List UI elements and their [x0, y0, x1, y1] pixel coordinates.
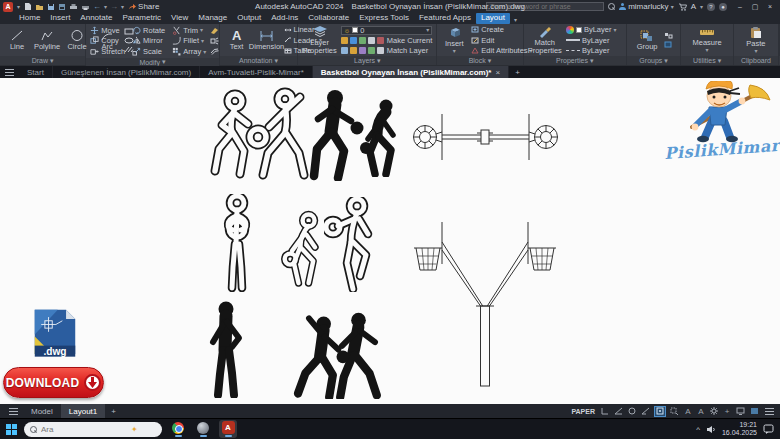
layer-isolate-icon[interactable] [368, 37, 375, 44]
workspace-settings-icon[interactable] [709, 406, 719, 417]
drawing-crouch-dribbler-outline[interactable] [281, 209, 327, 289]
annotation-visibility-icon[interactable]: A [683, 406, 693, 417]
undo-caret-icon[interactable]: ▾ [104, 4, 107, 10]
fillet-button[interactable]: Fillet ▾ [172, 36, 206, 47]
save-icon[interactable] [47, 3, 55, 11]
plot-icon[interactable] [69, 3, 78, 11]
copy-button[interactable]: Copy [90, 36, 125, 47]
paper-space-indicator[interactable]: PAPER [571, 408, 595, 415]
notification-icon[interactable]: ● [719, 3, 727, 11]
layer-dropdown[interactable]: ☼ 0 ▾ [341, 26, 432, 35]
new-file-icon[interactable] [24, 2, 32, 11]
close-tab-icon[interactable]: × [495, 68, 500, 77]
tab-parametric[interactable]: Parametric [117, 13, 166, 24]
group-edit-icon[interactable] [664, 41, 673, 48]
new-drawing-tab-button[interactable]: + [509, 66, 526, 78]
notifications-icon[interactable] [763, 424, 774, 434]
close-button[interactable]: × [763, 1, 777, 12]
insert-button[interactable]: Insert ▾ [441, 26, 467, 55]
open-file-icon[interactable] [35, 3, 44, 11]
tab-featured-apps[interactable]: Featured Apps [414, 13, 476, 24]
customization-menu-icon[interactable] [765, 408, 774, 415]
isodraft-icon[interactable] [627, 406, 637, 417]
text-button[interactable]: A Text [224, 29, 250, 51]
app-store-cart-icon[interactable] [678, 3, 687, 11]
print-icon[interactable] [81, 3, 90, 11]
minimize-button[interactable]: – [733, 1, 747, 12]
signin-user[interactable]: mimarlucky ▾ [619, 2, 673, 11]
ungroup-icon[interactable] [664, 32, 673, 39]
tab-add-ins[interactable]: Add-ins [266, 13, 303, 24]
layer-on-icon[interactable] [359, 47, 366, 54]
layer-properties-button[interactable]: Layer Properties [302, 25, 336, 55]
tab-layout[interactable]: Layout [476, 13, 510, 24]
offset-icon[interactable] [210, 47, 219, 55]
tab-output[interactable]: Output [232, 13, 266, 24]
layer-merge-icon[interactable] [377, 47, 384, 54]
drawing-hoop-top-view[interactable] [412, 112, 559, 162]
mirror-button[interactable]: Mirror [132, 36, 165, 47]
save-as-icon[interactable] [58, 3, 66, 11]
osnap-tracking-icon[interactable] [640, 406, 651, 417]
app-taskbar-icon[interactable] [194, 420, 212, 438]
tab-view[interactable]: View [166, 13, 193, 24]
erase-icon[interactable] [210, 27, 219, 35]
tab-home[interactable]: Home [14, 13, 45, 24]
make-current-button[interactable]: Make Current [387, 36, 432, 45]
share-button[interactable]: Share [128, 2, 159, 11]
tab-manage[interactable]: Manage [193, 13, 232, 24]
redo-caret-icon[interactable]: ▾ [121, 4, 124, 10]
ortho-mode-icon[interactable] [600, 406, 610, 417]
dimension-button[interactable]: Dimension [254, 30, 280, 51]
line-button[interactable]: Line [4, 29, 30, 51]
group-button[interactable]: Group [634, 30, 660, 51]
annotation-monitor-icon[interactable]: + [722, 406, 732, 417]
layers-panel-label[interactable]: Layers ▾ [298, 56, 436, 65]
new-layout-button[interactable]: + [105, 407, 122, 416]
trim-button[interactable]: Trim ▾ [172, 25, 206, 36]
object-color-dropdown[interactable]: ByLayer ▾ [566, 25, 622, 34]
measure-button[interactable]: Measure ▾ [691, 27, 724, 54]
autodesk-menu-icon[interactable]: A [691, 2, 696, 11]
paste-button[interactable]: Paste ▾ [743, 26, 769, 55]
isolate-objects-icon[interactable] [749, 406, 760, 417]
polar-tracking-icon[interactable] [613, 406, 624, 417]
taskbar-search-input[interactable] [41, 425, 127, 434]
redo-icon[interactable]: → [110, 2, 118, 11]
drawing-canvas[interactable]: PislikMimar [0, 78, 780, 404]
start-button[interactable] [6, 424, 17, 435]
tray-expand-icon[interactable]: ^ [696, 425, 700, 434]
layer-thaw-icon[interactable] [350, 47, 357, 54]
tab-insert[interactable]: Insert [45, 13, 75, 24]
chrome-taskbar-icon[interactable] [169, 420, 187, 438]
undo-icon[interactable]: ← [93, 2, 101, 11]
drawing-dribbler-outline[interactable] [324, 197, 378, 292]
layout1-tab[interactable]: Layout1 [61, 404, 105, 418]
tab-annotate[interactable]: Annotate [75, 13, 117, 24]
drawing-two-players-battle-silhouette[interactable] [287, 311, 397, 399]
explode-icon[interactable] [210, 37, 219, 45]
file-tab-avm-tuvaleti[interactable]: Avm-Tuvaleti-Pislik-Mimar* [200, 66, 313, 78]
array-button[interactable]: Array ▾ [172, 46, 206, 57]
layer-off-icon[interactable] [341, 37, 348, 44]
drawing-hoop-pole-front-view[interactable] [412, 220, 558, 388]
annotation-autoscale-icon[interactable]: A [696, 406, 706, 417]
match-layer-button[interactable]: Match Layer [387, 46, 428, 55]
layer-unisolate-icon[interactable] [377, 37, 384, 44]
layout-menu-icon[interactable] [9, 408, 18, 415]
file-tab-basketbol-active[interactable]: Basketbol Oynayan İnsan (PislikMimar.com… [313, 66, 509, 78]
app-menu-caret-icon[interactable]: ▾ [17, 4, 20, 10]
tab-collaborate[interactable]: Collaborate [303, 13, 354, 24]
file-tab-start[interactable]: Start [19, 66, 53, 78]
utilities-panel-label[interactable]: Utilities ▾ [681, 56, 733, 65]
layer-lock-icon[interactable] [359, 37, 366, 44]
layer-freeze-icon[interactable] [350, 37, 357, 44]
match-properties-button[interactable]: Match Properties [528, 26, 562, 55]
block-panel-label[interactable]: Block ▾ [437, 56, 522, 65]
graphics-performance-icon[interactable] [735, 406, 746, 417]
selection-cycling-icon[interactable] [669, 406, 680, 417]
help-icon[interactable]: ? [707, 3, 715, 11]
layer-walk-icon[interactable] [341, 47, 348, 54]
groups-panel-label[interactable]: Groups ▾ [627, 56, 680, 65]
model-tab[interactable]: Model [23, 404, 61, 418]
